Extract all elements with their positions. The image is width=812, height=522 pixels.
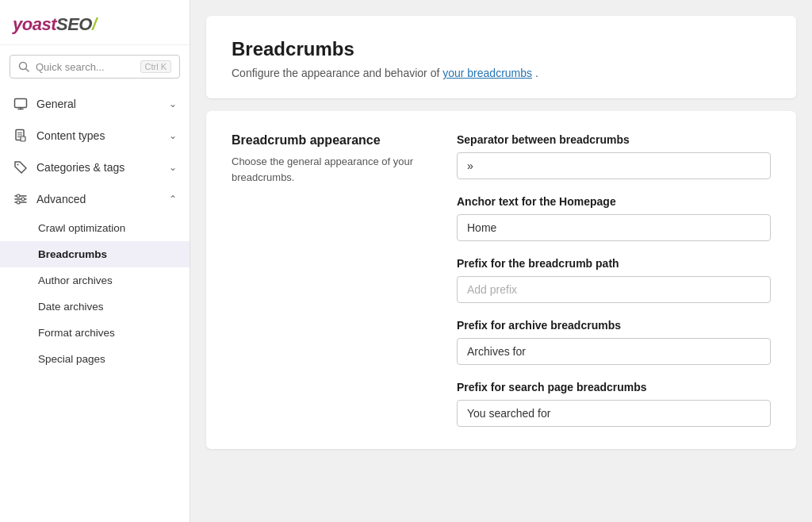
svg-point-16 — [17, 201, 20, 204]
sub-item-format-archives[interactable]: Format archives — [0, 320, 190, 346]
field-homepage-anchor: Anchor text for the Homepage — [457, 195, 771, 241]
search-placeholder-text: Quick search... — [36, 61, 134, 73]
label-archive-prefix: Prefix for archive breadcrumbs — [457, 319, 771, 332]
sub-item-crawl-optimization[interactable]: Crawl optimization — [0, 215, 190, 241]
section-right: Separator between breadcrumbs Anchor tex… — [457, 133, 771, 427]
document-icon — [13, 128, 29, 144]
svg-rect-2 — [15, 99, 27, 108]
page-subtitle: Configure the appearance and behavior of… — [232, 67, 771, 79]
sub-item-date-archives[interactable]: Date archives — [0, 294, 190, 320]
field-path-prefix: Prefix for the breadcrumb path — [457, 257, 771, 303]
sidebar-item-content-types[interactable]: Content types ⌄ — [0, 120, 190, 152]
nav-section: General ⌄ Content types ⌄ — [0, 85, 190, 375]
label-path-prefix: Prefix for the breadcrumb path — [457, 257, 771, 270]
search-box[interactable]: Quick search... Ctrl K — [10, 55, 180, 79]
input-path-prefix[interactable] — [457, 276, 771, 303]
tag-icon — [13, 159, 29, 175]
sidebar-item-advanced-label: Advanced — [36, 193, 161, 205]
sub-item-breadcrumbs[interactable]: Breadcrumbs — [0, 241, 190, 267]
sidebar-item-advanced[interactable]: Advanced ⌃ — [0, 183, 190, 215]
search-icon — [18, 61, 29, 72]
svg-point-14 — [17, 194, 20, 198]
svg-point-15 — [21, 198, 25, 201]
breadcrumb-appearance-section: Breadcrumb appearance Choose the general… — [206, 111, 796, 449]
search-shortcut: Ctrl K — [140, 60, 172, 73]
svg-point-10 — [17, 164, 19, 166]
page-title: Breadcrumbs — [232, 38, 771, 60]
logo: yoast SEO / — [13, 14, 177, 35]
section-description: Choose the general appearance of your br… — [232, 154, 438, 185]
label-homepage-anchor: Anchor text for the Homepage — [457, 195, 771, 208]
sidebar-item-general[interactable]: General ⌄ — [0, 88, 190, 120]
breadcrumbs-link[interactable]: your breadcrumbs — [442, 67, 532, 79]
sidebar-item-general-label: General — [36, 98, 161, 110]
logo-slash-text: / — [92, 14, 97, 35]
field-archive-prefix: Prefix for archive breadcrumbs — [457, 319, 771, 365]
subtitle-text: Configure the appearance and behavior of — [232, 67, 442, 79]
svg-rect-9 — [21, 136, 25, 141]
monitor-icon — [13, 96, 29, 112]
field-separator: Separator between breadcrumbs — [457, 133, 771, 179]
page-header-card: Breadcrumbs Configure the appearance and… — [206, 16, 796, 98]
sub-item-author-archives[interactable]: Author archives — [0, 267, 190, 294]
label-separator: Separator between breadcrumbs — [457, 133, 771, 146]
sidebar-item-categories-tags[interactable]: Categories & tags ⌄ — [0, 152, 190, 183]
input-archive-prefix[interactable] — [457, 338, 771, 365]
chevron-down-icon-2: ⌄ — [169, 130, 177, 141]
chevron-down-icon: ⌄ — [169, 98, 177, 109]
sub-item-special-pages[interactable]: Special pages — [0, 346, 190, 372]
logo-area: yoast SEO / — [0, 0, 190, 45]
input-search-prefix[interactable] — [457, 400, 771, 427]
sidebar-item-content-types-label: Content types — [36, 129, 161, 142]
logo-yoast-text: yoast — [13, 14, 56, 35]
section-title: Breadcrumb appearance — [232, 133, 438, 148]
chevron-down-icon-3: ⌄ — [169, 162, 177, 173]
main-content: Breadcrumbs Configure the appearance and… — [190, 0, 812, 522]
section-left: Breadcrumb appearance Choose the general… — [232, 133, 438, 427]
chevron-up-icon: ⌃ — [169, 194, 177, 205]
input-homepage-anchor[interactable] — [457, 214, 771, 241]
svg-line-1 — [26, 69, 29, 72]
field-search-prefix: Prefix for search page breadcrumbs — [457, 381, 771, 427]
logo-seo-text: SEO — [56, 14, 92, 35]
sidebar-item-categories-tags-label: Categories & tags — [36, 161, 161, 174]
sidebar: yoast SEO / Quick search... Ctrl K Ge — [0, 0, 190, 522]
sliders-icon — [13, 191, 29, 207]
subtitle-end: . — [535, 67, 538, 79]
input-separator[interactable] — [457, 152, 771, 179]
label-search-prefix: Prefix for search page breadcrumbs — [457, 381, 771, 393]
